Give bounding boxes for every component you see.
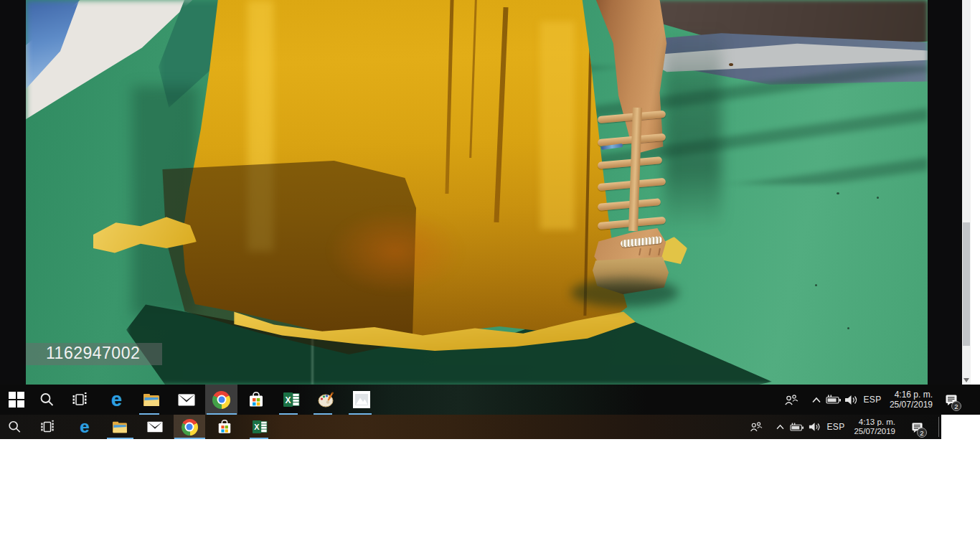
taskbar1-photos-button[interactable] [345, 385, 377, 415]
mail-icon [178, 394, 195, 406]
taskbar1-file-explorer-button[interactable] [135, 385, 167, 415]
red-carpet-photo[interactable]: 1162947002 [26, 0, 928, 385]
taskbar1-store-button[interactable] [240, 385, 272, 415]
taskbar2-show-hidden-icons-button[interactable] [773, 415, 786, 439]
mail-icon [147, 421, 163, 433]
taskbar2-task-view-button[interactable] [33, 415, 62, 439]
sandal-front-strap [628, 108, 642, 231]
edge-icon: e [80, 418, 89, 435]
task-view-icon [39, 419, 55, 435]
tray-time: 4:16 p. m. [895, 390, 933, 400]
taskbar1-mail-button[interactable] [170, 385, 202, 415]
windows-start-icon [9, 392, 24, 408]
store-icon [217, 419, 232, 435]
photos-icon [353, 391, 370, 408]
tray-time: 4:13 p. m. [859, 418, 895, 427]
dress-fold-line [494, 7, 509, 222]
running-indicator-excel [250, 438, 268, 439]
chevron-up-icon [776, 424, 785, 430]
taskbar2-store-button[interactable] [210, 415, 239, 439]
notification-badge: 2 [917, 428, 927, 438]
dress-fold-line [469, 0, 477, 158]
watermark-text: 1162947002 [46, 344, 140, 363]
chevron-up-icon [811, 397, 821, 403]
taskbar1-clock[interactable]: 4:16 p. m. 25/07/2019 [885, 385, 933, 415]
taskbar1-paint-button[interactable] [310, 385, 342, 415]
taskbar2-chrome-button[interactable] [175, 415, 204, 439]
speaker-icon [844, 395, 859, 405]
strappy-sandal [593, 108, 676, 301]
notification-badge: 2 [951, 401, 961, 411]
store-icon [248, 391, 265, 408]
taskbar2-mail-button[interactable] [141, 415, 169, 439]
running-indicator-file-explorer [107, 438, 133, 439]
excel-icon: X [283, 392, 300, 408]
taskbar2-clock[interactable]: 4:13 p. m. 25/07/2019 [849, 415, 895, 439]
chrome-icon-center [187, 424, 193, 430]
language-label: ESP [864, 395, 882, 405]
excel-icon: X [252, 420, 268, 434]
carpet-speck [815, 284, 817, 286]
taskbar2-search-button[interactable] [0, 415, 29, 439]
watermark-band: 1162947002 [26, 343, 162, 365]
taskbar1-show-hidden-icons-button[interactable] [809, 385, 824, 415]
taskbar1-volume-button[interactable] [844, 385, 859, 415]
taskbar2-battery-button[interactable] [789, 415, 805, 439]
carpet-speck [837, 192, 839, 194]
chrome-icon [182, 419, 198, 435]
language-label: ESP [827, 422, 845, 432]
image-viewer-area: 1162947002 [0, 0, 962, 385]
battery-charging-icon [790, 423, 804, 432]
dress-satin-highlight [540, 22, 575, 230]
taskbar1-edge-button[interactable]: e [100, 385, 133, 415]
taskbar2-action-center-button[interactable]: 2 [905, 415, 930, 439]
dress-amber-glow [327, 208, 463, 294]
task-view-icon [71, 391, 88, 408]
people-icon [783, 394, 799, 406]
excel-icon-letter: X [285, 395, 291, 405]
foot-shadow [571, 278, 679, 307]
taskbar1-search-button[interactable] [30, 385, 62, 415]
dress-fold-line [445, 0, 453, 194]
scrollbar-thumb[interactable] [963, 222, 970, 346]
tray-date: 25/07/2019 [890, 400, 933, 410]
chrome-icon-center [218, 397, 225, 403]
people-icon [749, 421, 763, 433]
search-icon [39, 392, 55, 408]
taskbar1-start-button[interactable] [0, 385, 32, 415]
desktop-screen: 1162947002 [0, 0, 980, 551]
taskbar1-people-button[interactable] [782, 385, 801, 415]
carpet-debris [729, 63, 733, 66]
chrome-icon [212, 391, 230, 409]
carpet-speck [877, 197, 879, 199]
battery-charging-icon [826, 395, 842, 405]
taskbar2-people-button[interactable] [748, 415, 765, 439]
taskbar1-chrome-button[interactable] [205, 385, 237, 415]
tray-date: 25/07/2019 [854, 427, 895, 436]
scroll-down-button[interactable] [963, 378, 969, 382]
taskbar-secondary: e [0, 415, 941, 439]
taskbar-primary: e [0, 385, 980, 415]
taskbar2-edge-button[interactable]: e [70, 415, 99, 439]
taskbar-divider [938, 417, 939, 437]
file-explorer-icon [143, 392, 160, 408]
paint-icon [318, 392, 335, 408]
edge-icon: e [111, 390, 122, 410]
taskbar1-language-indicator[interactable]: ESP [861, 385, 884, 415]
dress-fold-line [583, 0, 593, 316]
excel-icon-letter: X [254, 423, 260, 431]
speaker-icon [809, 422, 821, 432]
taskbar1-excel-button[interactable]: X [275, 385, 307, 415]
taskbar1-battery-button[interactable] [825, 385, 842, 415]
taskbar2-volume-button[interactable] [808, 415, 822, 439]
taskbar2-excel-button[interactable]: X [245, 415, 274, 439]
carpet-speck [847, 327, 849, 329]
file-explorer-icon [112, 420, 128, 434]
taskbar1-action-center-button[interactable]: 2 [938, 385, 964, 415]
taskbar2-file-explorer-button[interactable] [105, 415, 134, 439]
running-indicator-chrome [174, 438, 205, 439]
search-icon [7, 420, 22, 434]
taskbar2-language-indicator[interactable]: ESP [825, 415, 847, 439]
taskbar1-task-view-button[interactable] [63, 385, 95, 415]
